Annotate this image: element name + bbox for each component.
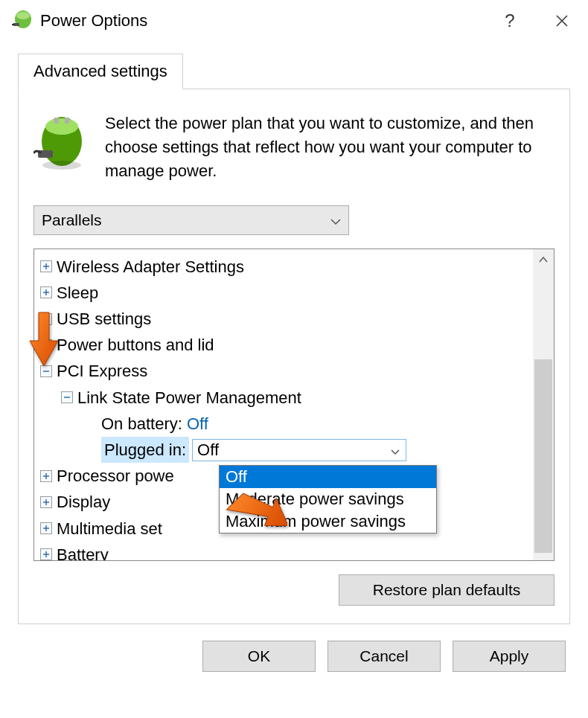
settings-tree: Wireless Adapter Settings Sleep USB sett… <box>33 249 555 561</box>
scroll-track[interactable] <box>533 270 554 539</box>
tree-item-usb[interactable]: USB settings <box>40 306 530 332</box>
plan-select-value: Parallels <box>42 211 102 229</box>
dropdown-option-off[interactable]: Off <box>220 466 436 488</box>
ok-button[interactable]: OK <box>202 641 316 672</box>
tree-item-label: Battery <box>57 542 109 560</box>
battery-icon <box>33 112 87 183</box>
svg-point-1 <box>16 12 30 19</box>
plugged-in-combo[interactable]: Off <box>192 439 406 461</box>
cancel-button[interactable]: Cancel <box>327 641 441 672</box>
plus-icon[interactable] <box>40 496 52 508</box>
combo-value: Off <box>197 437 219 463</box>
tree-item-label: PCI Express <box>57 358 147 384</box>
tree-item-label: Link State Power Management <box>77 385 301 411</box>
tree-item-label: Display <box>57 489 110 515</box>
cursor-arrow-icon <box>225 487 287 539</box>
tree-item-wireless[interactable]: Wireless Adapter Settings <box>40 254 530 280</box>
chevron-down-icon <box>391 437 400 463</box>
tab-content: Select the power plan that you want to c… <box>18 89 570 624</box>
tree-item-label: USB settings <box>57 306 151 332</box>
setting-label: On battery: <box>101 411 182 437</box>
scroll-thumb[interactable] <box>534 359 552 553</box>
setting-label: Plugged in: <box>101 437 189 463</box>
tree-item-power-buttons[interactable]: Power buttons and lid <box>40 332 530 358</box>
tree-item-battery[interactable]: Battery <box>40 542 530 560</box>
plus-icon[interactable] <box>40 260 52 272</box>
tree-item-label: Power buttons and lid <box>57 332 214 358</box>
tree-scrollbar[interactable] <box>533 249 554 560</box>
window-title: Power Options <box>40 11 484 31</box>
setting-on-battery[interactable]: On battery: Off <box>40 411 530 437</box>
tree-item-pci-express[interactable]: PCI Express <box>40 358 530 384</box>
help-button[interactable]: ? <box>484 0 536 42</box>
svg-rect-7 <box>65 118 69 124</box>
setting-value[interactable]: Off <box>187 411 208 437</box>
plus-icon[interactable] <box>40 470 52 482</box>
chevron-down-icon <box>330 211 341 229</box>
restore-defaults-button[interactable]: Restore plan defaults <box>339 574 555 606</box>
svg-rect-6 <box>54 118 59 124</box>
plus-icon[interactable] <box>40 286 52 298</box>
scroll-up-icon[interactable] <box>533 249 554 270</box>
close-button[interactable] <box>536 0 588 42</box>
power-opts-icon <box>12 10 33 32</box>
dialog-footer: OK Cancel Apply <box>3 624 585 672</box>
apply-button[interactable]: Apply <box>453 641 566 672</box>
tabstrip: Advanced settings <box>18 54 585 89</box>
plan-select-combo[interactable]: Parallels <box>33 205 349 235</box>
tree-item-label: Multimedia set <box>57 516 162 542</box>
tree-item-sleep[interactable]: Sleep <box>40 280 530 306</box>
tree-item-label: Processor powe <box>57 463 174 489</box>
tree-item-label: Sleep <box>57 280 98 306</box>
svg-point-9 <box>42 161 81 170</box>
tree-item-label: Wireless Adapter Settings <box>57 254 244 280</box>
tree-item-link-state[interactable]: Link State Power Management <box>40 385 530 411</box>
plus-icon[interactable] <box>40 522 52 534</box>
titlebar: Power Options ? <box>0 0 588 42</box>
dialog-description: Select the power plan that you want to c… <box>105 112 555 183</box>
minus-icon[interactable] <box>61 391 73 403</box>
arrow-icon <box>27 310 61 369</box>
tab-advanced-settings[interactable]: Advanced settings <box>18 54 183 89</box>
plus-icon[interactable] <box>40 548 52 560</box>
setting-plugged-in[interactable]: Plugged in: Off <box>40 437 530 463</box>
dialog-area: Advanced settings Select the power plan … <box>0 42 588 672</box>
svg-point-5 <box>45 118 78 135</box>
